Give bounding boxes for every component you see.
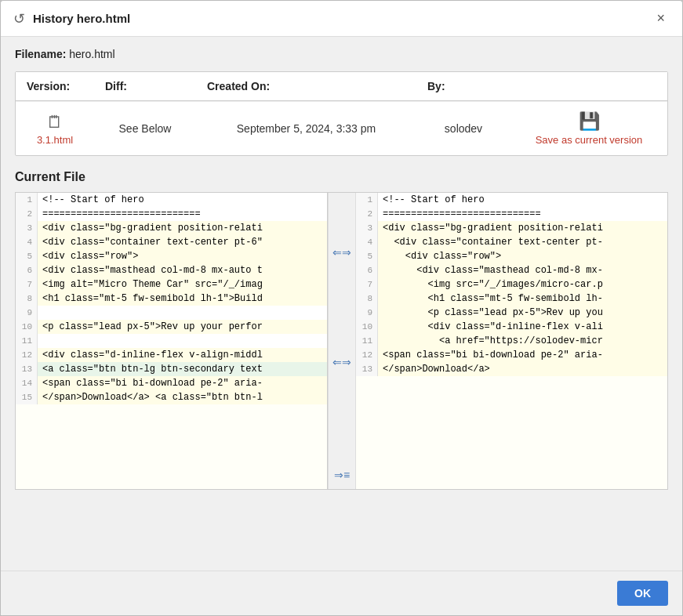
line-content: <div class="masthead col-md-8 mx- [378, 263, 667, 277]
td-version: 🗒 3.1.html [16, 103, 94, 155]
line-number: 3 [16, 221, 38, 235]
diff-line: 12<span class="bi bi-download pe-2" aria… [356, 348, 667, 362]
line-content: ============================ [378, 207, 667, 221]
diff-line: 6<div class="masthead col-md-8 mx-auto t [16, 263, 327, 277]
diff-line: 5 <div class="row"> [356, 249, 667, 263]
line-content: <h1 class="mt-5 fw-semibold lh- [378, 292, 667, 306]
line-number: 15 [16, 390, 38, 404]
line-number: 5 [356, 249, 378, 263]
td-created-on: September 5, 2024, 3:33 pm [196, 113, 416, 144]
line-number: 12 [16, 348, 38, 362]
bottom-diff-icons: ⇒≡ [329, 467, 355, 483]
line-number: 1 [16, 193, 38, 207]
line-number: 6 [356, 263, 378, 277]
diff-line: 8 <h1 class="mt-5 fw-semibold lh- [356, 292, 667, 306]
line-number: 8 [356, 292, 378, 306]
diff-line: 8<h1 class="mt-5 fw-semibold lh-1">Build [16, 292, 327, 306]
line-number: 6 [16, 263, 38, 277]
line-number: 10 [356, 320, 378, 334]
td-diff: See Below [94, 113, 196, 144]
diff-line: 13<a class="btn btn-lg btn-secondary tex… [16, 362, 327, 376]
line-number: 8 [16, 292, 38, 306]
line-content: <div class="container text-center pt- [378, 235, 667, 249]
th-action [510, 72, 667, 100]
line-content: <div class="bg-gradient position-relati [38, 221, 327, 235]
diff-line: 3<div class="bg-gradient position-relati [16, 221, 327, 235]
line-number: 13 [16, 362, 38, 376]
filename-row: Filename: hero.html [15, 48, 668, 60]
diff-left-pane[interactable]: 1<!-- Start of hero 2===================… [16, 193, 328, 489]
diff-text: See Below [119, 122, 172, 135]
diff-line: 15</span>Download</a> <a class="btn btn-… [16, 390, 327, 404]
version-name: 3.1.html [37, 134, 73, 146]
line-number: 12 [356, 348, 378, 362]
header-left: ↺ History hero.html [13, 10, 130, 27]
merge-icons: ⇐⇒ ⇐⇒ [331, 197, 353, 370]
line-content [38, 306, 327, 320]
diff-line: 6 <div class="masthead col-md-8 mx- [356, 263, 667, 277]
line-number: 2 [356, 207, 378, 221]
filename-value-text: hero.html [69, 48, 114, 60]
by-value: solodev [445, 122, 482, 135]
diff-line: 1<!-- Start of hero [356, 193, 667, 207]
table-header: Version: Diff: Created On: By: [16, 72, 667, 101]
ok-button[interactable]: OK [617, 581, 668, 606]
history-modal: ↺ History hero.html × Filename: hero.htm… [0, 0, 683, 616]
diff-line: 4<div class="container text-center pt-6" [16, 235, 327, 249]
diff-line: 3<div class="bg-gradient position-relati [356, 221, 667, 235]
line-content: <a href="https://solodev-micr [378, 334, 667, 348]
line-content: <img src="/_/images/micro-car.p [378, 277, 667, 292]
diff-line: 2============================ [16, 207, 327, 221]
line-content: <div class="d-inline-flex v-ali [378, 320, 667, 334]
diff-right-pane[interactable]: 1<!-- Start of hero 2===================… [356, 193, 667, 489]
line-number: 7 [356, 277, 378, 292]
line-content: <span class="bi bi-download pe-2" aria- [378, 348, 667, 362]
diff-line: 9 <p class="lead px-5">Rev up you [356, 306, 667, 320]
version-link[interactable]: 🗒 3.1.html [27, 112, 83, 146]
diff-line: 9 [16, 306, 327, 320]
diff-line: 7 <img src="/_/images/micro-car.p [356, 277, 667, 292]
diff-line: 14<span class="bi bi-download pe-2" aria… [16, 376, 327, 390]
diff-line: 11 <a href="https://solodev-micr [356, 334, 667, 348]
line-number: 3 [356, 221, 378, 235]
line-number: 2 [16, 207, 38, 221]
line-number: 11 [16, 334, 38, 348]
merge-right-icon-1[interactable]: ⇐⇒ [331, 245, 353, 260]
line-number: 4 [16, 235, 38, 249]
line-number: 4 [356, 235, 378, 249]
merge-right-icon-2[interactable]: ⇐⇒ [331, 354, 353, 370]
line-content: <!-- Start of hero [38, 193, 327, 207]
diff-line: 10<p class="lead px-5">Rev up your perfo… [16, 320, 327, 334]
line-content: </span>Download</a> [378, 362, 667, 376]
line-content: <a class="btn btn-lg btn-secondary text [38, 362, 327, 376]
line-number: 1 [356, 193, 378, 207]
th-version: Version: [16, 72, 94, 100]
line-number: 5 [16, 249, 38, 263]
table-row: 🗒 3.1.html See Below September 5, 2024, … [16, 101, 667, 155]
line-content: <p class="lead px-5">Rev up your perfor [38, 320, 327, 334]
modal-header: ↺ History hero.html × [1, 1, 682, 37]
line-number: 13 [356, 362, 378, 376]
line-number: 9 [16, 306, 38, 320]
th-by: By: [416, 72, 510, 100]
line-content [38, 334, 327, 348]
save-link[interactable]: 💾 Save as current version [521, 111, 656, 146]
diff-line: 1<!-- Start of hero [16, 193, 327, 207]
line-content: <div class="masthead col-md-8 mx-auto t [38, 263, 327, 277]
td-by: solodev [416, 113, 510, 144]
align-icon[interactable]: ⇒≡ [332, 467, 351, 483]
diff-container: 1<!-- Start of hero 2===================… [15, 192, 668, 490]
filename-label: Filename: [15, 48, 66, 60]
version-table: Version: Diff: Created On: By: 🗒 3.1.htm… [15, 71, 668, 156]
history-icon: ↺ [13, 10, 25, 27]
line-content: <img alt="Micro Theme Car" src="/_/imag [38, 277, 327, 292]
line-content: <div class="container text-center pt-6" [38, 235, 327, 249]
diff-line: 2============================ [356, 207, 667, 221]
line-content: </span>Download</a> <a class="btn btn-l [38, 390, 327, 404]
line-content: <div class="d-inline-flex v-align-middl [38, 348, 327, 362]
close-button[interactable]: × [652, 9, 670, 28]
diff-separator: ⇐⇒ ⇐⇒ ⇒≡ [328, 193, 356, 489]
line-content: <div class="row"> [38, 249, 327, 263]
diff-line: 5<div class="row"> [16, 249, 327, 263]
line-content: <!-- Start of hero [378, 193, 667, 207]
